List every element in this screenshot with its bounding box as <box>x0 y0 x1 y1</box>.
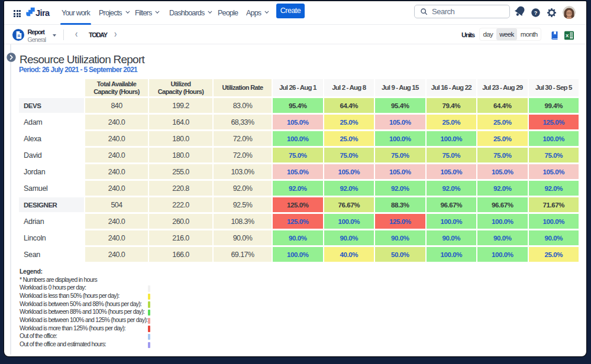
svg-text:?: ? <box>534 10 538 16</box>
svg-text:X: X <box>566 33 569 38</box>
